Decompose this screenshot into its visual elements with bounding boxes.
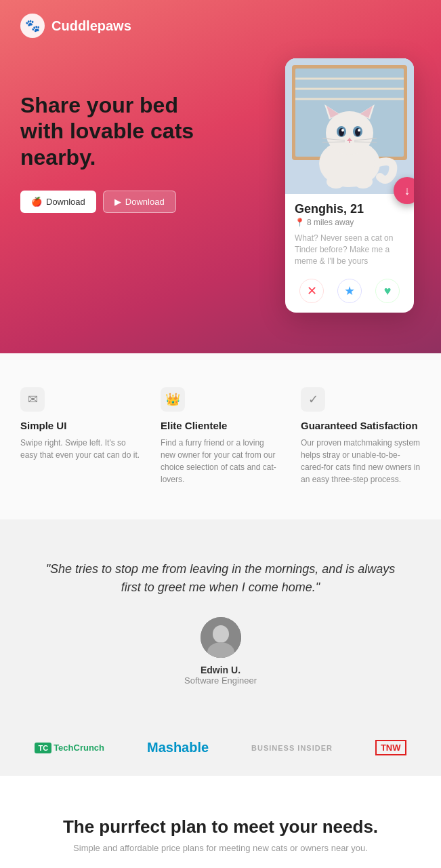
tnw-logo: TNW xyxy=(375,740,406,755)
feature-simple-ui: ✉ Simple UI Swipe right. Swipe left. It'… xyxy=(20,387,140,486)
hero-left: Share your bed with lovable cats nearby.… xyxy=(20,65,285,213)
play-icon: ▶ xyxy=(114,197,121,207)
feature-icon-simple-ui: ✉ xyxy=(20,387,45,412)
feature-icon-elite: 👑 xyxy=(161,387,185,412)
testimonial-role: Software Engineer xyxy=(27,675,414,686)
svg-point-17 xyxy=(358,129,360,132)
cat-image xyxy=(285,58,414,194)
heart-button[interactable]: ♥ xyxy=(375,279,400,303)
location-icon: 📍 xyxy=(295,218,305,227)
cat-card: ↓ Genghis, 21 📍 8 miles away What? Never… xyxy=(285,58,414,313)
download-buttons: 🍎 Download ▶ Download xyxy=(20,191,285,213)
hero-content: Share your bed with lovable cats nearby.… xyxy=(20,65,421,313)
pricing-section: The purrfect plan to meet your needs. Si… xyxy=(0,776,441,868)
svg-point-16 xyxy=(341,129,344,132)
svg-point-25 xyxy=(354,175,373,189)
feature-icon-satisfaction: ✓ xyxy=(301,387,325,412)
cat-info: Genghis, 21 📍 8 miles away What? Never s… xyxy=(285,194,414,272)
testimonial-name: Edwin U. xyxy=(27,665,414,675)
pricing-title: The purrfect plan to meet your needs. xyxy=(20,816,421,837)
testimonial-section: "She tries to stop me from leaving in th… xyxy=(0,519,441,713)
svg-point-27 xyxy=(213,625,229,643)
superlike-button[interactable]: ★ xyxy=(337,279,362,303)
apple-download-button[interactable]: 🍎 Download xyxy=(20,191,96,213)
features-section: ✉ Simple UI Swipe right. Swipe left. It'… xyxy=(0,353,441,519)
cat-name: Genghis, 21 xyxy=(295,202,404,216)
hero-right: ↓ Genghis, 21 📍 8 miles away What? Never… xyxy=(285,58,421,313)
svg-point-7 xyxy=(326,111,373,155)
feature-desc-elite: Find a furry friend or a loving new owne… xyxy=(161,437,280,486)
cat-bio: What? Never seen a cat on Tinder before?… xyxy=(295,233,404,267)
hero-title: Share your bed with lovable cats nearby. xyxy=(20,92,196,170)
press-logos: TCTechCrunch Mashable BUSINESS INSIDER T… xyxy=(0,713,441,776)
feature-elite: 👑 Elite Clientele Find a furry friend or… xyxy=(161,387,280,486)
techcrunch-logo: TCTechCrunch xyxy=(35,743,104,753)
play-download-button[interactable]: ▶ Download xyxy=(103,191,176,213)
hero-section: 🐾 Cuddlepaws Share your bed with lovable… xyxy=(0,0,441,353)
apple-icon: 🍎 xyxy=(31,197,42,207)
dislike-button[interactable]: ✕ xyxy=(299,279,324,303)
testimonial-quote: "She tries to stop me from leaving in th… xyxy=(38,560,404,597)
svg-point-24 xyxy=(327,175,345,189)
avatar-image xyxy=(201,617,241,658)
features-grid: ✉ Simple UI Swipe right. Swipe left. It'… xyxy=(20,387,421,486)
logo-icon: 🐾 xyxy=(20,14,45,38)
business-insider-logo: BUSINESS INSIDER xyxy=(251,744,333,752)
feature-satisfaction: ✓ Guaranteed Satisfaction Our proven mat… xyxy=(301,387,421,486)
mashable-logo: Mashable xyxy=(147,740,209,755)
feature-title-elite: Elite Clientele xyxy=(161,420,280,431)
cat-image-svg xyxy=(285,58,414,194)
cat-distance: 📍 8 miles away xyxy=(295,218,404,227)
pricing-subtitle: Simple and affordable price plans for me… xyxy=(20,843,421,853)
feature-desc-simple-ui: Swipe right. Swipe left. It's so easy th… xyxy=(20,437,140,461)
logo-text: Cuddlepaws xyxy=(51,18,131,34)
play-download-label: Download xyxy=(125,197,165,207)
feature-desc-satisfaction: Our proven matchmaking system helps stra… xyxy=(301,437,421,486)
feature-title-satisfaction: Guaranteed Satisfaction xyxy=(301,420,421,431)
navbar: 🐾 Cuddlepaws xyxy=(20,14,421,38)
feature-title-simple-ui: Simple UI xyxy=(20,420,140,431)
testimonial-avatar xyxy=(201,617,241,658)
card-actions: ✕ ★ ♥ xyxy=(285,272,414,313)
apple-download-label: Download xyxy=(46,197,85,207)
